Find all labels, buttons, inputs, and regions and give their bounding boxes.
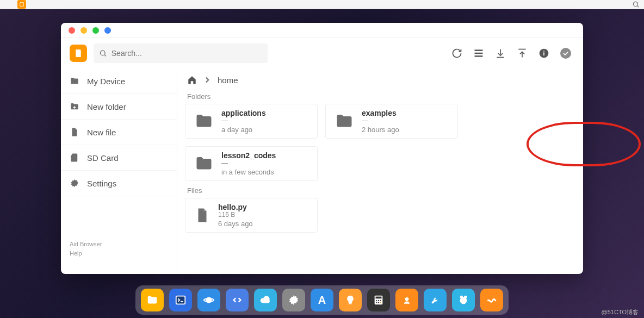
new-folder-icon: [70, 102, 79, 111]
folder-size: —: [362, 117, 399, 124]
folder-size: —: [221, 117, 266, 124]
folder-name: lesson2_codes: [221, 151, 276, 160]
dock-app-terminal[interactable]: [169, 289, 192, 311]
watermark: @51CTO博客: [602, 308, 639, 316]
window-maximize[interactable]: [92, 27, 99, 34]
app-logo: [70, 45, 87, 62]
svg-rect-4: [475, 49, 483, 51]
dock-app-calc[interactable]: [367, 289, 390, 311]
search-icon: [99, 49, 107, 58]
info-icon[interactable]: [538, 48, 549, 59]
section-folders-label: Folders: [185, 89, 575, 104]
folder-name: applications: [221, 109, 266, 117]
svg-point-30: [460, 297, 467, 304]
list-view-icon[interactable]: [473, 48, 484, 59]
chevron-right-icon: [202, 75, 212, 85]
dock-app-tools[interactable]: [424, 289, 447, 311]
dock-app-files[interactable]: [141, 289, 164, 311]
sidebar-footer: Aid Browser Help: [61, 234, 177, 274]
window-close[interactable]: [69, 27, 75, 34]
svg-point-0: [633, 2, 637, 6]
dock-app-music[interactable]: [395, 289, 418, 311]
dock-app-wave[interactable]: [480, 289, 503, 311]
download-icon[interactable]: [495, 48, 506, 59]
svg-rect-5: [475, 53, 483, 54]
svg-point-15: [206, 297, 212, 303]
search-input[interactable]: [112, 49, 262, 58]
folder-time: a day ago: [221, 126, 266, 134]
window-minimize[interactable]: [81, 27, 87, 34]
folder-icon: [70, 76, 79, 86]
folder-card-lesson2-codes[interactable]: lesson2_codes — in a few seconds: [185, 146, 318, 181]
sidebar-item-label: SD Card: [87, 153, 119, 163]
svg-rect-10: [543, 52, 544, 55]
svg-rect-20: [376, 297, 382, 299]
dock-app-code[interactable]: [226, 289, 249, 311]
svg-rect-6: [475, 55, 483, 57]
toolbar: [61, 38, 583, 68]
svg-point-21: [376, 300, 377, 301]
upload-icon[interactable]: [517, 48, 528, 59]
window-titlebar: [61, 23, 583, 38]
window-extra-dot: [104, 27, 111, 34]
folder-card-applications[interactable]: applications — a day ago: [185, 104, 318, 139]
folders-grid: applications — a day ago examples — 2 ho…: [185, 104, 575, 181]
footer-link-help[interactable]: Help: [70, 249, 168, 259]
svg-point-23: [380, 300, 381, 301]
select-icon[interactable]: [560, 48, 571, 59]
toolbar-actions: [451, 48, 578, 59]
dock-app-store[interactable]: A: [311, 289, 333, 311]
sd-card-icon: [70, 153, 79, 163]
dock-app-ideas[interactable]: [339, 289, 362, 311]
file-card-hello-py[interactable]: hello.py 116 B 6 days ago: [185, 198, 318, 233]
dock-app-cloud[interactable]: [254, 289, 277, 311]
folder-icon: [194, 111, 214, 131]
os-browser-bar: [0, 0, 644, 9]
dock: A: [135, 285, 509, 315]
folder-card-examples[interactable]: examples — 2 hours ago: [325, 104, 458, 139]
refresh-icon[interactable]: [451, 48, 462, 59]
files-grid: hello.py 116 B 6 days ago: [185, 198, 575, 233]
folder-time: in a few seconds: [221, 168, 276, 176]
svg-line-1: [637, 6, 639, 8]
tab-app-icon: [17, 0, 26, 9]
svg-point-24: [376, 302, 377, 303]
svg-rect-13: [176, 296, 185, 304]
sidebar-item-label: New folder: [87, 102, 126, 111]
svg-point-26: [380, 302, 381, 303]
dock-app-planet[interactable]: [197, 289, 220, 311]
sidebar-item-settings[interactable]: Settings: [61, 171, 177, 196]
folder-icon: [194, 154, 214, 173]
search-icon[interactable]: [632, 1, 640, 8]
file-time: 6 days ago: [218, 220, 253, 228]
gear-icon: [70, 178, 79, 188]
sidebar-item-new-file[interactable]: New file: [61, 120, 177, 145]
breadcrumb-current[interactable]: home: [218, 76, 238, 85]
main-pane: home Folders applications — a day ago ex…: [177, 68, 583, 274]
file-size: 116 B: [218, 211, 253, 219]
new-file-icon: [70, 127, 79, 137]
dock-app-bear[interactable]: [452, 289, 475, 311]
svg-rect-18: [349, 303, 352, 304]
svg-point-2: [100, 51, 105, 55]
svg-point-22: [378, 300, 379, 301]
folder-icon: [335, 111, 354, 131]
breadcrumb: home: [185, 73, 575, 89]
svg-point-25: [378, 302, 379, 303]
search-box[interactable]: [94, 43, 268, 63]
folder-time: 2 hours ago: [362, 126, 399, 134]
svg-rect-11: [543, 51, 544, 52]
folder-name: examples: [362, 109, 399, 117]
sidebar-item-my-device[interactable]: My Device: [61, 68, 177, 94]
footer-link-browser[interactable]: Aid Browser: [70, 240, 168, 250]
sidebar: My Device New folder New file SD Card Se…: [61, 68, 177, 274]
home-icon[interactable]: [187, 75, 197, 85]
sidebar-item-new-folder[interactable]: New folder: [61, 94, 177, 120]
section-files-label: Files: [185, 183, 575, 198]
svg-point-27: [405, 297, 409, 301]
dock-app-settings[interactable]: [282, 289, 305, 311]
folder-size: —: [221, 160, 276, 167]
file-name: hello.py: [218, 203, 253, 211]
file-icon: [194, 205, 210, 225]
sidebar-item-sd-card[interactable]: SD Card: [61, 145, 177, 171]
